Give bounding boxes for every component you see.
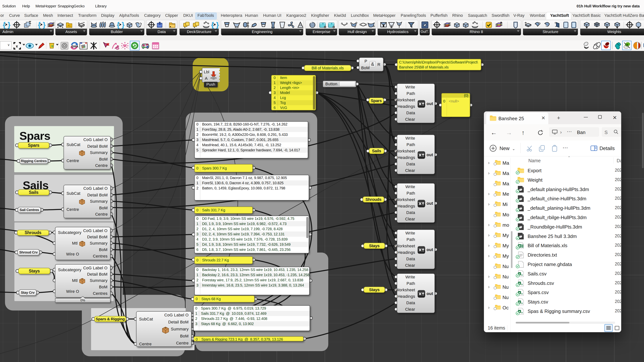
svg-text:a: a (521, 274, 523, 276)
svg-text:x: x (16, 44, 18, 48)
svg-text:a: a (521, 302, 523, 304)
svg-text:a: a (521, 311, 523, 314)
svg-text:a: a (521, 292, 523, 295)
svg-text:a: a (521, 283, 523, 286)
svg-text:GHA: GHA (71, 45, 78, 48)
